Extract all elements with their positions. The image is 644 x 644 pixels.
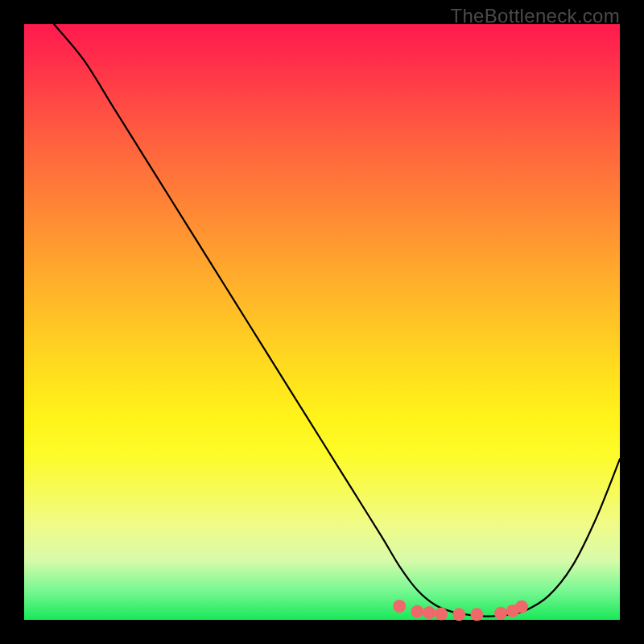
curve-marker (515, 601, 528, 613)
curve-marker (494, 607, 507, 620)
chart-frame: TheBottleneck.com (0, 0, 644, 644)
bottleneck-curve (54, 24, 620, 617)
curve-markers (393, 600, 528, 621)
curve-marker (393, 600, 406, 613)
curve-marker (411, 605, 423, 618)
curve-marker (452, 608, 465, 621)
chart-svg (24, 24, 620, 620)
curve-marker (470, 608, 483, 621)
curve-marker (423, 606, 436, 619)
chart-plot-area (24, 24, 620, 620)
curve-marker (435, 608, 448, 621)
